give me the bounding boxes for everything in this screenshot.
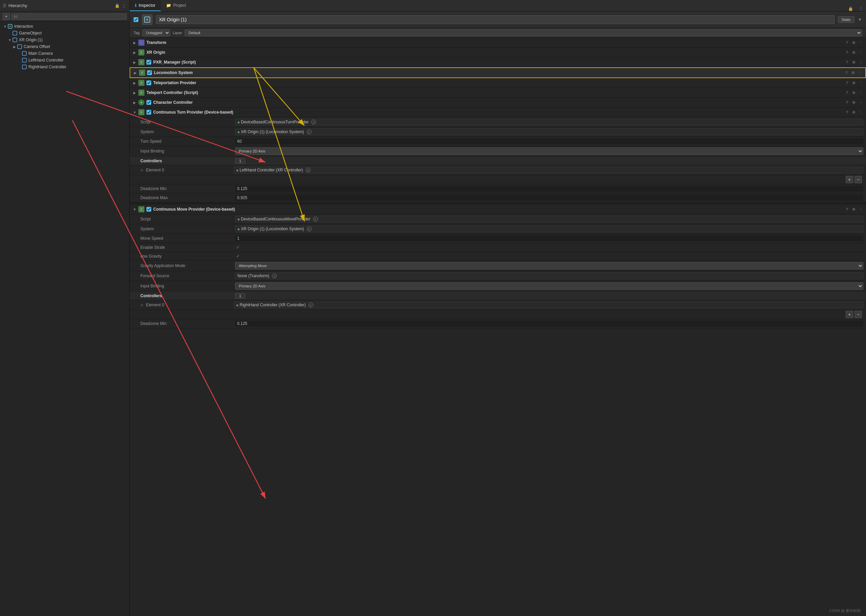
svg-rect-4 — [13, 38, 17, 42]
contmove-remove-button[interactable]: − — [855, 311, 862, 318]
locomotion-name: Locomotion System — [154, 70, 842, 75]
tree-item-lefthand[interactable]: LeftHand Controller — [0, 57, 129, 64]
more-icon[interactable]: ⋮ — [122, 3, 126, 8]
contturn-system-circle[interactable]: ◎ — [307, 129, 312, 134]
teleport-provider-checkbox[interactable] — [146, 80, 151, 85]
component-xrorigin[interactable]: ▶ # XR Origin ? ⚙ ⋮ — [129, 48, 866, 58]
layer-label: Layer — [173, 31, 182, 35]
xrorigin-more-icon[interactable]: ⋮ — [858, 50, 863, 55]
locomotion-arrow: ▶ — [133, 71, 138, 75]
tag-select[interactable]: Untagged — [142, 30, 170, 36]
tab-project[interactable]: 📁 Project — [161, 0, 191, 11]
contturn-help-icon[interactable]: ? — [844, 110, 850, 115]
transform-more-icon[interactable]: ⋮ — [858, 40, 863, 45]
contmove-settings-icon[interactable]: ⚙ — [851, 207, 857, 212]
object-name-input[interactable] — [156, 15, 835, 24]
static-button[interactable]: Static — [838, 16, 855, 23]
component-contmove[interactable]: ▼ # Continuous Move Provider (Device-bas… — [129, 204, 866, 214]
component-teleport-provider[interactable]: ▶ # Teleportation Provider ? ⚙ ⋮ — [129, 78, 866, 88]
xrorigin-settings-icon[interactable]: ⚙ — [851, 50, 857, 55]
svg-rect-3 — [13, 31, 17, 35]
contturn-script-circle[interactable]: ◎ — [311, 120, 316, 124]
tree-label-righthand: RightHand Controller — [28, 64, 66, 69]
layer-select[interactable]: Default — [185, 30, 862, 36]
locomotion-settings-icon[interactable]: ⚙ — [850, 70, 856, 75]
contmove-inputbinding-select[interactable]: Primary 2D Axis — [235, 282, 863, 290]
contmove-element0-label: Element 0 — [146, 303, 234, 307]
object-active-checkbox[interactable] — [134, 17, 139, 22]
contmove-controllers-count: 1 — [235, 293, 245, 299]
xrorigin-help-icon[interactable]: ? — [844, 50, 850, 55]
transform-settings-icon[interactable]: ⚙ — [851, 40, 857, 45]
prop-contmove-usegravity: Use Gravity ✓ — [129, 252, 866, 261]
tprovider-more-icon[interactable]: ⋮ — [858, 80, 863, 86]
contturn-inputbinding-label: Input Binding — [140, 149, 235, 154]
tree-item-righthand[interactable]: RightHand Controller — [0, 64, 129, 70]
contmove-add-button[interactable]: + — [846, 311, 853, 318]
pxr-more-icon[interactable]: ⋮ — [858, 60, 863, 65]
char-checkbox[interactable] — [146, 100, 151, 105]
contmove-forwardsource-circle[interactable]: ◎ — [272, 273, 277, 278]
component-teleport-controller[interactable]: ▶ # Teleport Controller (Script) ? ⚙ ⋮ — [129, 88, 866, 98]
tcontroller-more-icon[interactable]: ⋮ — [858, 90, 863, 95]
component-transform[interactable]: ▶ ↔ Transform ? ⚙ ⋮ — [129, 38, 866, 48]
contmove-more-icon[interactable]: ⋮ — [858, 207, 863, 212]
contturn-deadzonemax-value[interactable]: 0.925 — [235, 195, 863, 201]
contturn-deadzonemin-label: Deadzone Min — [140, 186, 235, 191]
contmove-movespeed-value[interactable]: 1 — [235, 235, 863, 241]
component-pxrmanager[interactable]: ▶ # PXR_Manager (Script) ? ⚙ ⋮ — [129, 58, 866, 67]
transform-arrow: ▶ — [132, 41, 137, 45]
tree-item-xrorigin[interactable]: ▼ XR Origin (1) — [0, 36, 129, 43]
component-contturn[interactable]: ▼ # Continuous Turn Provider (Device-bas… — [129, 107, 866, 117]
pxr-help-icon[interactable]: ? — [844, 60, 850, 65]
transform-help-icon[interactable]: ? — [844, 40, 850, 45]
tcontroller-settings-icon[interactable]: ⚙ — [851, 90, 857, 95]
inspector-lock-icon[interactable]: 🔒 — [846, 6, 856, 11]
contturn-settings-icon[interactable]: ⚙ — [851, 110, 857, 115]
contmove-help-icon[interactable]: ? — [844, 207, 850, 212]
contmove-enablestrafe-check[interactable]: ✓ — [235, 245, 241, 250]
lock-icon[interactable]: 🔒 — [115, 3, 120, 8]
tprovider-help-icon[interactable]: ? — [844, 80, 850, 86]
contturn-turnspeed-value[interactable]: 60 — [235, 138, 863, 145]
tree-item-interaction[interactable]: ▼ Interaction — [0, 23, 129, 30]
pxr-checkbox[interactable] — [146, 60, 151, 64]
inspector-more-icon[interactable]: ⋮ — [856, 6, 866, 11]
component-char-controller[interactable]: ▶ ● Character Controller ? ⚙ ⋮ — [129, 98, 866, 107]
tprovider-settings-icon[interactable]: ⚙ — [851, 80, 857, 86]
tab-inspector[interactable]: ℹ Inspector — [129, 0, 161, 11]
char-settings-icon[interactable]: ⚙ — [851, 100, 857, 105]
tree-item-maincamera[interactable]: Main Camera — [0, 50, 129, 57]
contturn-remove-button[interactable]: − — [855, 176, 862, 183]
tag-label: Tag — [134, 31, 140, 35]
contmove-deadzonemin-value[interactable]: 0.125 — [235, 321, 863, 327]
contturn-more-icon[interactable]: ⋮ — [858, 110, 863, 115]
locomotion-checkbox[interactable] — [147, 70, 152, 75]
contturn-element0-circle[interactable]: ◎ — [306, 168, 310, 173]
contmove-system-circle[interactable]: ◎ — [307, 226, 312, 231]
char-more-icon[interactable]: ⋮ — [858, 100, 863, 105]
contmove-usegravity-check[interactable]: ✓ — [235, 253, 241, 259]
hierarchy-search[interactable] — [11, 14, 126, 20]
contturn-inputbinding-select[interactable]: Primary 2D Axis — [235, 148, 863, 155]
contmove-script-circle[interactable]: ◎ — [313, 217, 318, 222]
add-hierarchy-button[interactable]: + — [3, 13, 10, 20]
contturn-deadzonemin-value[interactable]: 0.125 — [235, 185, 863, 192]
contturn-checkbox[interactable] — [146, 110, 151, 115]
tree-item-cameraoffset[interactable]: ▶ Camera Offset — [0, 43, 129, 50]
object-header: Static ▼ — [129, 11, 866, 28]
prop-contmove-gravitymode: Gravity Application Mode Attempting Move — [129, 261, 866, 271]
tree-item-gameobject[interactable]: GameObject — [0, 30, 129, 36]
component-locomotion[interactable]: ▶ # Locomotion System ? ⚙ ⋮ — [129, 67, 866, 78]
locomotion-help-icon[interactable]: ? — [844, 70, 849, 75]
contmove-checkbox[interactable] — [146, 207, 151, 212]
contmove-element0-circle[interactable]: ◎ — [309, 303, 313, 307]
pxr-name: PXR_Manager (Script) — [153, 60, 843, 64]
contmove-gravitymode-select[interactable]: Attempting Move — [235, 262, 863, 269]
locomotion-more-icon[interactable]: ⋮ — [857, 70, 863, 75]
tcontroller-help-icon[interactable]: ? — [844, 90, 850, 95]
inspector-tab-icon: ℹ — [135, 3, 137, 8]
contturn-add-button[interactable]: + — [846, 176, 853, 183]
char-help-icon[interactable]: ? — [844, 100, 850, 105]
pxr-settings-icon[interactable]: ⚙ — [851, 60, 857, 65]
